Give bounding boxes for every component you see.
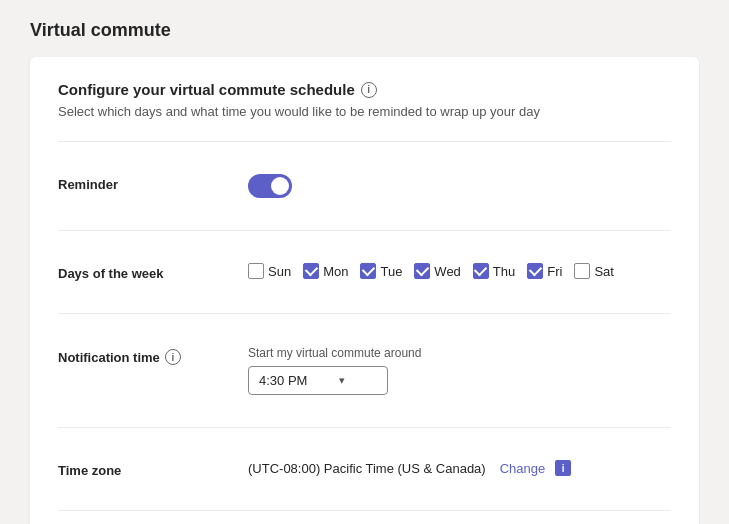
day-item-mon: Mon — [303, 263, 348, 279]
checkbox-wed[interactable] — [414, 263, 430, 279]
day-label-wed: Wed — [434, 264, 461, 279]
day-item-sat: Sat — [574, 263, 614, 279]
notification-row: Notification time i Start my virtual com… — [58, 332, 671, 409]
change-info-icon[interactable]: i — [555, 460, 571, 476]
reminder-row: Reminder — [58, 160, 671, 212]
day-item-sun: Sun — [248, 263, 291, 279]
change-link[interactable]: Change — [500, 461, 546, 476]
notification-label-text: Notification time — [58, 350, 160, 365]
timezone-value: (UTC-08:00) Pacific Time (US & Canada) — [248, 461, 486, 476]
notification-info-icon[interactable]: i — [165, 349, 181, 365]
reminder-toggle[interactable] — [248, 174, 292, 198]
divider-4 — [58, 427, 671, 428]
checkbox-sun[interactable] — [248, 263, 264, 279]
card-title-text: Configure your virtual commute schedule — [58, 81, 355, 98]
info-icon[interactable]: i — [361, 82, 377, 98]
timezone-content: (UTC-08:00) Pacific Time (US & Canada) C… — [248, 460, 671, 476]
day-item-thu: Thu — [473, 263, 515, 279]
checkbox-mon[interactable] — [303, 263, 319, 279]
reminder-content — [248, 174, 671, 198]
day-label-tue: Tue — [380, 264, 402, 279]
timezone-label: Time zone — [58, 460, 248, 478]
card-title: Configure your virtual commute schedule … — [58, 81, 671, 98]
card-subtitle: Select which days and what time you woul… — [58, 104, 671, 119]
divider-5 — [58, 510, 671, 511]
day-label-sun: Sun — [268, 264, 291, 279]
divider-3 — [58, 313, 671, 314]
days-list: SunMonTueWedThuFriSat — [248, 263, 614, 279]
checkbox-sat[interactable] — [574, 263, 590, 279]
days-label: Days of the week — [58, 263, 248, 281]
checkbox-tue[interactable] — [360, 263, 376, 279]
reminder-label: Reminder — [58, 174, 248, 192]
chevron-down-icon: ▾ — [339, 374, 345, 387]
divider-2 — [58, 230, 671, 231]
days-content: SunMonTueWedThuFriSat — [248, 263, 671, 279]
day-label-sat: Sat — [594, 264, 614, 279]
time-value: 4:30 PM — [259, 373, 307, 388]
notification-content: Start my virtual commute around 4:30 PM … — [248, 346, 671, 395]
day-item-tue: Tue — [360, 263, 402, 279]
page-title: Virtual commute — [30, 20, 699, 41]
toggle-thumb — [271, 177, 289, 195]
time-select[interactable]: 4:30 PM ▾ — [248, 366, 388, 395]
checkbox-fri[interactable] — [527, 263, 543, 279]
day-label-thu: Thu — [493, 264, 515, 279]
day-label-fri: Fri — [547, 264, 562, 279]
day-item-fri: Fri — [527, 263, 562, 279]
checkbox-thu[interactable] — [473, 263, 489, 279]
timezone-row: Time zone (UTC-08:00) Pacific Time (US &… — [58, 446, 671, 492]
divider-1 — [58, 141, 671, 142]
day-item-wed: Wed — [414, 263, 461, 279]
time-helper-text: Start my virtual commute around — [248, 346, 421, 360]
days-row: Days of the week SunMonTueWedThuFriSat — [58, 249, 671, 295]
notification-label: Notification time i — [58, 346, 248, 365]
day-label-mon: Mon — [323, 264, 348, 279]
settings-card: Configure your virtual commute schedule … — [30, 57, 699, 524]
